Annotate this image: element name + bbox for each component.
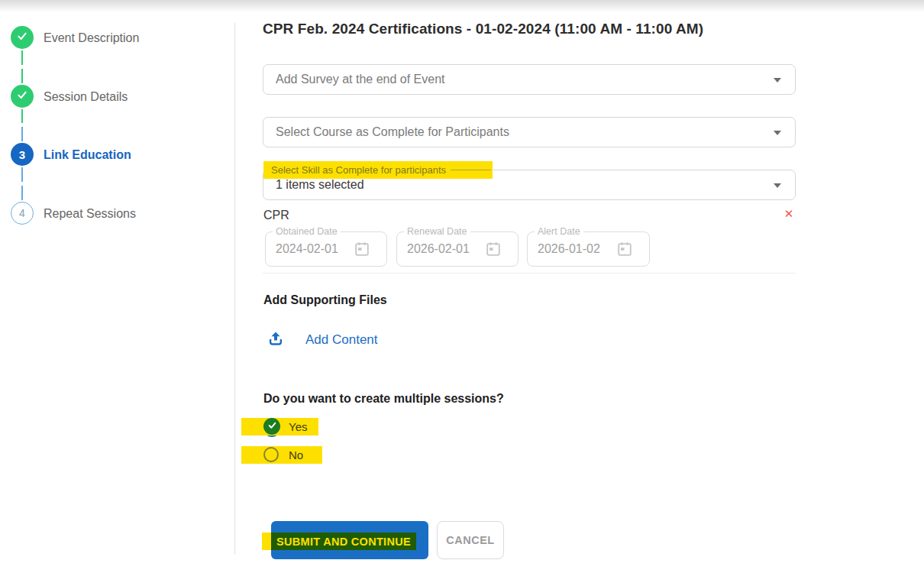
section-divider (263, 273, 796, 274)
skill-dropdown-label-highlight: Select Skill as Complete for participant… (263, 161, 493, 179)
step-2-circle[interactable] (11, 85, 34, 108)
survey-dropdown[interactable]: Add Survey at the end of Event (263, 64, 796, 95)
add-content-link[interactable]: Add Content (305, 332, 378, 348)
renewal-date-label: Renewal Date (404, 226, 470, 237)
selected-skill-name: CPR (263, 209, 289, 222)
step-3-circle[interactable]: 3 (11, 143, 34, 166)
step-connector-1 (21, 50, 23, 83)
skill-dropdown-value: 1 items selected (276, 178, 364, 191)
link-education-wizard-page: Event Description Session Details 3 Link… (0, 0, 924, 573)
chevron-down-icon (774, 78, 781, 83)
upload-icon[interactable] (267, 330, 284, 347)
step-4-circle[interactable]: 4 (11, 202, 34, 225)
remove-skill-icon[interactable]: ✕ (780, 206, 797, 222)
sidebar-step-link-education[interactable]: Link Education (44, 148, 131, 162)
obtained-date-label: Obtained Date (273, 226, 341, 237)
step-3-number: 3 (19, 148, 25, 161)
obtained-date-field[interactable]: Obtained Date 2024-02-01 (265, 231, 387, 267)
chevron-down-icon (774, 183, 781, 188)
calendar-icon[interactable] (616, 241, 633, 261)
yes-radio-label[interactable]: Yes (289, 420, 307, 433)
course-dropdown[interactable]: Select Course as Complete for Participan… (263, 117, 796, 147)
renewal-date-field[interactable]: Renewal Date 2026-02-01 (396, 231, 519, 267)
step-1-circle[interactable] (11, 26, 34, 49)
calendar-icon[interactable] (354, 241, 370, 261)
top-scroll-shadow (0, 0, 924, 12)
no-radio-label[interactable]: No (289, 448, 303, 461)
step-4-number: 4 (19, 207, 25, 219)
submit-button-label-highlight: SUBMIT AND CONTINUE (271, 533, 416, 550)
cancel-button[interactable]: CANCEL (437, 521, 504, 559)
no-option-highlight (241, 446, 322, 464)
alert-date-field[interactable]: Alert Date 2026-01-02 (527, 231, 650, 267)
survey-dropdown-value: Add Survey at the end of Event (276, 73, 444, 86)
step-connector-3 (21, 167, 23, 200)
check-icon (16, 89, 28, 104)
supporting-files-heading: Add Supporting Files (263, 293, 387, 307)
no-radio-unchecked[interactable] (263, 447, 279, 462)
chevron-down-icon (774, 131, 781, 135)
submit-highlight-overhang (262, 533, 271, 550)
skill-dropdown-label: Select Skill as Complete for participant… (263, 164, 446, 176)
check-icon (267, 419, 277, 433)
yes-radio-checked[interactable] (263, 418, 280, 435)
sidebar-step-session-details[interactable]: Session Details (44, 90, 128, 104)
check-icon (16, 30, 28, 45)
sidebar-divider (234, 23, 235, 555)
field-outline-line (451, 170, 491, 170)
course-dropdown-value: Select Course as Complete for Participan… (276, 125, 509, 138)
calendar-icon[interactable] (485, 241, 502, 261)
step-connector-2 (21, 109, 23, 141)
sidebar-step-event-description[interactable]: Event Description (44, 31, 139, 45)
multiple-sessions-question: Do you want to create multiple sessions? (263, 392, 504, 406)
sidebar-step-repeat-sessions[interactable]: Repeat Sessions (44, 207, 136, 221)
alert-date-label: Alert Date (535, 226, 583, 237)
page-title: CPR Feb. 2024 Certifications - 01-02-202… (263, 21, 703, 37)
